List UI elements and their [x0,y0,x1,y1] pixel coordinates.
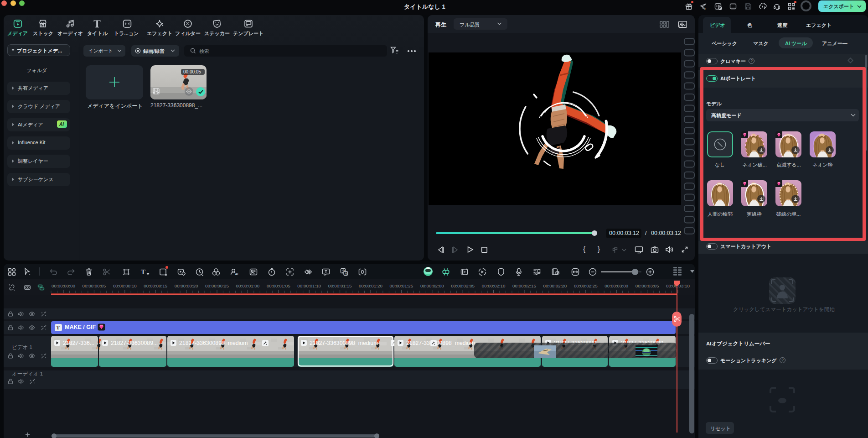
svg-text:00:00:00:10: 00:00:00:10 [113,283,137,288]
svg-text:00:00:01:05: 00:00:01:05 [267,283,290,288]
svg-text:21827-336300898_medium: 21827-336300898_medium [310,340,378,346]
svg-text:00:00:00:00: 00:00:00:00 [52,283,75,288]
svg-text:00:00:02:10: 00:00:02:10 [482,283,506,288]
svg-text:00:00:02:25: 00:00:02:25 [574,283,598,288]
svg-text:00:00:02:05: 00:00:02:05 [451,283,475,288]
svg-text:8: 8 [704,7,706,10]
svg-text:00:00:01:10: 00:00:01:10 [297,283,321,288]
svg-text:21827-33630089...: 21827-33630089... [111,340,158,346]
svg-text:00:00:02:15: 00:00:02:15 [512,283,536,288]
svg-text:00:00:03:00: 00:00:03:00 [604,283,628,288]
svg-text:00:00:00:20: 00:00:00:20 [175,283,198,288]
svg-text:00:00:02:20: 00:00:02:20 [543,283,567,288]
svg-text:21827-336300898_medium: 21827-336300898_medium [406,340,475,346]
svg-text:00:00:02:00: 00:00:02:00 [420,283,444,288]
svg-text:21827-336...: 21827-336... [63,340,94,346]
svg-text:00:00:01:15: 00:00:01:15 [328,283,352,288]
svg-text:00:00:01:25: 00:00:01:25 [390,283,413,288]
svg-text:00:00:00:05: 00:00:00:05 [83,283,106,288]
svg-text:00:00:00:15: 00:00:00:15 [144,283,167,288]
svg-text:00:00:00:25: 00:00:00:25 [205,283,229,288]
svg-text:00:00:03:05: 00:00:03:05 [636,283,659,288]
svg-text:00:00:01:00: 00:00:01:00 [236,283,260,288]
svg-text:21827-336300898_medium: 21827-336300898_medium [179,340,248,346]
svg-text:00:00:01:20: 00:00:01:20 [359,283,382,288]
